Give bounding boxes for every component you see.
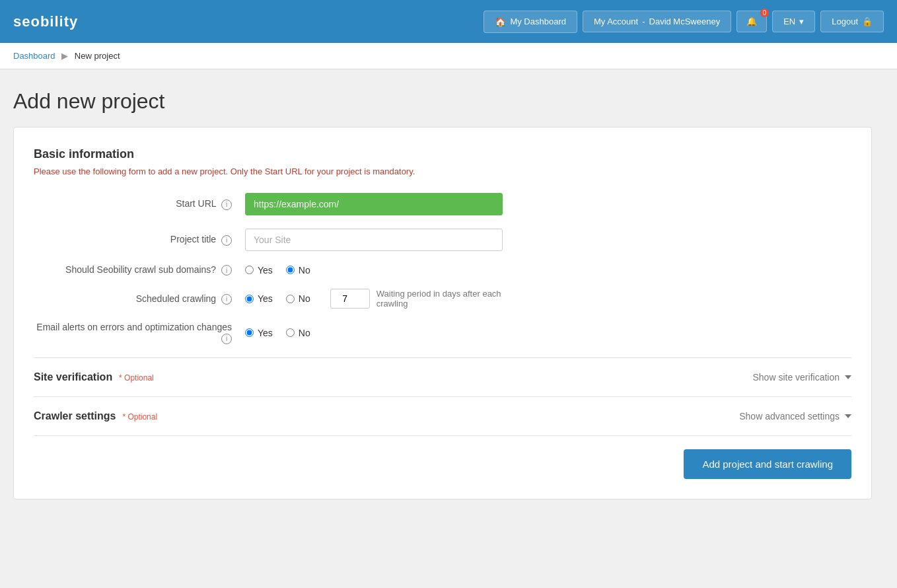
scheduled-no-radio[interactable]: [286, 295, 295, 303]
subdomain-yes-option[interactable]: Yes: [245, 265, 273, 276]
logout-label: Logout: [832, 17, 858, 26]
dashboard-button[interactable]: 🏠 My Dashboard: [484, 11, 577, 33]
email-no-radio[interactable]: [286, 328, 295, 337]
email-alerts-label: Email alerts on errors and optimization …: [34, 322, 245, 344]
scheduled-label: Scheduled crawling i: [34, 293, 245, 305]
logo: seobility: [13, 13, 78, 30]
chevron-down-icon: ▾: [799, 17, 804, 26]
site-verification-toggle[interactable]: Show site verification: [752, 372, 851, 383]
logout-button[interactable]: Logout 🔒: [820, 11, 884, 32]
project-title-control: [245, 229, 503, 251]
notification-badge: 0: [760, 9, 770, 17]
notifications-button[interactable]: 🔔 0: [736, 11, 767, 32]
subdomain-no-label: No: [299, 265, 310, 276]
crawler-settings-title-area: Crawler settings * Optional: [34, 410, 157, 422]
subdomain-yes-radio[interactable]: [245, 266, 254, 274]
email-alerts-row: Email alerts on errors and optimization …: [34, 322, 851, 344]
language-button[interactable]: EN ▾: [772, 11, 815, 32]
house-icon: 🏠: [495, 17, 506, 27]
start-url-input[interactable]: [245, 193, 503, 215]
breadcrumb-current: New project: [75, 51, 120, 61]
site-verification-title-area: Site verification * Optional: [34, 371, 154, 383]
project-title-info-icon[interactable]: i: [221, 235, 232, 246]
email-yes-radio[interactable]: [245, 328, 254, 337]
crawler-settings-optional: * Optional: [122, 412, 157, 422]
section-title: Basic information: [34, 147, 851, 161]
email-yes-label: Yes: [258, 328, 273, 338]
form-card: Basic information Please use the followi…: [13, 127, 872, 499]
project-title-label: Project title i: [34, 234, 245, 245]
breadcrumb-root-link[interactable]: Dashboard: [13, 51, 55, 61]
site-verification-title: Site verification: [34, 371, 112, 383]
account-label: My Account: [594, 17, 638, 26]
subdomain-label: Should Seobility crawl sub domains? i: [34, 264, 245, 276]
waiting-period-container: Waiting period in days after each crawli…: [330, 289, 503, 309]
email-yes-option[interactable]: Yes: [245, 328, 273, 338]
waiting-period-input[interactable]: [330, 289, 370, 309]
submit-button[interactable]: Add project and start crawling: [684, 449, 851, 479]
submit-area: Add project and start crawling: [34, 435, 851, 479]
subdomain-row: Should Seobility crawl sub domains? i Ye…: [34, 264, 851, 276]
start-url-label: Start URL i: [34, 198, 245, 209]
account-button[interactable]: My Account - David McSweeney: [583, 11, 731, 32]
lock-icon: 🔒: [862, 17, 873, 26]
email-no-option[interactable]: No: [286, 328, 310, 338]
project-title-row: Project title i: [34, 229, 851, 251]
header: seobility 🏠 My Dashboard My Account - Da…: [0, 0, 897, 43]
crawler-settings-toggle-label: Show advanced settings: [739, 411, 840, 422]
scheduled-options: Yes No Waiting period in days after each…: [245, 289, 503, 309]
subdomain-no-radio[interactable]: [286, 266, 295, 274]
account-separator: -: [642, 17, 645, 26]
site-verification-section[interactable]: Site verification * Optional Show site v…: [34, 357, 851, 396]
start-url-control: [245, 193, 503, 215]
header-nav: 🏠 My Dashboard My Account - David McSwee…: [484, 11, 884, 33]
main-content: Add new project Basic information Please…: [0, 69, 885, 533]
crawler-settings-title: Crawler settings: [34, 410, 116, 422]
subdomain-info-icon[interactable]: i: [221, 265, 232, 276]
site-verification-toggle-label: Show site verification: [752, 372, 840, 383]
start-url-row: Start URL i: [34, 193, 851, 215]
page-title: Add new project: [13, 89, 872, 114]
breadcrumb: Dashboard ▶ New project: [0, 43, 897, 69]
breadcrumb-separator: ▶: [61, 51, 68, 61]
scheduled-yes-option[interactable]: Yes: [245, 293, 273, 304]
email-no-label: No: [299, 328, 310, 338]
chevron-down-icon: [845, 375, 851, 379]
subdomain-options: Yes No: [245, 265, 503, 276]
scheduled-no-label: No: [299, 293, 310, 304]
email-alerts-info-icon[interactable]: i: [221, 334, 232, 344]
crawler-settings-section[interactable]: Crawler settings * Optional Show advance…: [34, 396, 851, 435]
dashboard-label: My Dashboard: [510, 17, 566, 26]
subdomain-yes-label: Yes: [258, 265, 273, 276]
project-title-input[interactable]: [245, 229, 503, 251]
scheduled-no-option[interactable]: No: [286, 293, 310, 304]
subdomain-no-option[interactable]: No: [286, 265, 310, 276]
account-user: David McSweeney: [649, 17, 721, 26]
scheduled-yes-radio[interactable]: [245, 295, 254, 303]
scheduled-row: Scheduled crawling i Yes No Waiting peri…: [34, 289, 851, 309]
chevron-down-icon: [845, 414, 851, 418]
start-url-info-icon[interactable]: i: [221, 200, 232, 210]
crawler-settings-toggle[interactable]: Show advanced settings: [739, 411, 851, 422]
waiting-period-desc: Waiting period in days after each crawli…: [377, 289, 503, 309]
section-description: Please use the following form to add a n…: [34, 166, 851, 176]
language-label: EN: [783, 17, 795, 26]
site-verification-optional: * Optional: [119, 373, 154, 383]
email-alerts-options: Yes No: [245, 328, 503, 338]
scheduled-info-icon[interactable]: i: [221, 294, 232, 305]
scheduled-yes-label: Yes: [258, 293, 273, 304]
